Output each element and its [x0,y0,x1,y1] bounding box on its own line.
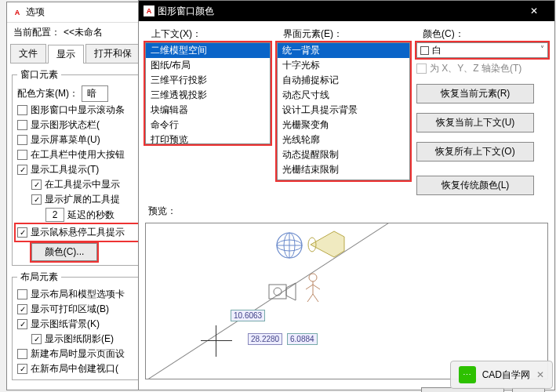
element-opt-3[interactable]: 动态尺寸线 [278,88,409,103]
cb-hover-tooltip-label: 显示鼠标悬停工具提示 [31,226,125,239]
lcb-printable[interactable]: ✓ [17,304,27,314]
cb-tooltip-label: 显示工具提示(T) [31,163,99,176]
lcb-tabs-label: 显示布局和模型选项卡 [31,288,125,301]
context-opt-0[interactable]: 二维模型空间 [146,43,270,58]
preview-area: 10.6063 28.2280 6.0884 [145,223,548,379]
context-opt-2[interactable]: 三维平行投影 [146,73,270,88]
color-select[interactable]: 白 [416,42,548,58]
element-opt-2[interactable]: 自动捕捉标记 [278,73,409,88]
cb-scrollbar[interactable] [17,105,27,115]
delay-label: 延迟的秒数 [67,209,114,222]
lcb-pagesetup-label: 新建布局时显示页面设 [31,347,125,361]
context-listbox[interactable]: 二维模型空间 图纸/布局 三维平行投影 三维透视投影 块编辑器 命令行 打印预览 [145,42,271,144]
context-opt-4[interactable]: 块编辑器 [146,103,270,118]
current-config-label: 当前配置： [13,26,60,39]
window-elements-legend: 窗口元素 [17,68,61,82]
lcb-viewport-label: 在新布局中创建视口( [31,362,118,376]
notification-text: CAD自学网 [482,368,530,382]
lcb-paperbg-label: 显示图纸背景(K) [31,318,100,331]
measure-1: 10.6063 [231,310,265,321]
restore-context-button[interactable]: 恢复当前上下文(U) [416,113,534,132]
lcb-shadow[interactable]: ✓ [31,334,42,344]
lamp-icon [307,227,346,262]
tab-display[interactable]: 显示 [48,45,84,64]
element-opt-9[interactable]: 相机轮廓颜色 [278,177,409,180]
crosshair-icon [201,325,232,357]
measure-3: 6.0884 [287,333,318,345]
lcb-printable-label: 显示可打印区域(B) [31,303,109,316]
cb-tooltip-show-label: 在工具提示中显示 [45,178,120,191]
options-titlebar: A 选项 [7,2,147,23]
cb-tooltip[interactable]: ✓ [17,165,27,175]
context-opt-3[interactable]: 三维透视投影 [146,88,270,103]
right-col: 颜色(C)： 白 为 X、Y、Z 轴染色(T) 恢复当前元素(R) 恢复当前上下… [416,26,548,200]
globe-icon [275,231,303,260]
cb-bigbtn[interactable] [17,150,27,160]
cb-tooltip-show[interactable]: ✓ [31,180,42,190]
context-opt-6[interactable]: 打印预览 [146,132,270,144]
element-opt-4[interactable]: 设计工具提示背景 [278,103,409,118]
color-dialog: A 图形窗口颜色 ✕ 上下文(X)： 二维模型空间 图纸/布局 三维平行投影 三… [138,0,555,390]
cb-ext-tooltip[interactable]: ✓ [31,194,42,205]
cb-tint[interactable] [416,64,427,74]
element-opt-6[interactable]: 光线轮廓 [278,132,409,147]
delay-input[interactable]: 2 [45,208,64,222]
color-button[interactable]: 颜色(C)... [31,243,97,261]
element-opt-1[interactable]: 十字光标 [278,58,409,73]
color-label: 颜色(C)： [416,26,548,42]
context-label: 上下文(X)： [145,26,271,42]
element-opt-8[interactable]: 光栅结束限制 [278,162,409,177]
context-opt-5[interactable]: 命令行 [146,118,270,132]
current-config-value: <<未命名 [64,26,103,39]
current-config-row: 当前配置： <<未命名 [7,23,147,42]
restore-all-button[interactable]: 恢复所有上下文(O) [416,142,534,162]
lcb-shadow-label: 显示图纸阴影(E) [45,332,114,346]
element-listbox[interactable]: 统一背景 十字光标 自动捕捉标记 动态尺寸线 设计工具提示背景 光栅聚变角 光线… [277,42,410,180]
options-tabs: 文件 显示 打开和保 [10,44,144,64]
options-title: 选项 [26,5,45,19]
cb-statusbar[interactable] [17,120,27,130]
color-dialog-title: 图形窗口颜色 [158,5,214,18]
color-swatch-icon [420,46,429,55]
color-scheme-value: 暗 [82,85,108,102]
tab-open-save[interactable]: 打开和保 [85,44,140,63]
cb-hover-tooltip[interactable]: ✓ [17,227,27,238]
close-icon[interactable]: ✕ [536,369,544,380]
wechat-notification[interactable]: ⋯ CAD自学网 ✕ [450,361,553,389]
cb-screenmenu[interactable] [17,135,27,145]
cb-scrollbar-label: 图形窗口中显示滚动条 [31,103,125,117]
cb-tint-label: 为 X、Y、Z 轴染色(T) [430,62,521,75]
lcb-paperbg[interactable]: ✓ [17,319,27,329]
app-icon: A [144,5,154,16]
top-columns: 上下文(X)： 二维模型空间 图纸/布局 三维平行投影 三维透视投影 块编辑器 … [139,26,554,200]
restore-classic-button[interactable]: 恢复传统颜色(L) [416,176,534,195]
lcb-tabs[interactable] [17,289,27,299]
lcb-viewport[interactable]: ✓ [17,364,27,374]
window-elements-group: 窗口元素 配色方案(M)： 暗 图形窗口中显示滚动条 显示图形状态栏( 显示屏幕… [12,68,142,266]
element-opt-5[interactable]: 光栅聚变角 [278,118,409,132]
close-icon: ✕ [530,5,538,16]
context-opt-1[interactable]: 图纸/布局 [146,58,270,73]
cb-ext-tooltip-label: 显示扩展的工具提 [45,193,120,206]
color-scheme-row: 配色方案(M)： 暗 [17,85,136,103]
layout-elements-legend: 布局元素 [17,270,61,284]
wechat-icon: ⋯ [459,366,476,383]
camera-icon [267,280,299,303]
app-icon: A [12,7,23,18]
svg-point-8 [309,274,317,281]
preview-label: 预览： [139,203,554,220]
color-scheme-label: 配色方案(M)： [17,87,78,100]
close-button[interactable]: ✕ [518,1,550,21]
svg-rect-6 [269,285,286,299]
element-label: 界面元素(E)： [277,26,410,42]
options-window: A 选项 当前配置： <<未命名 文件 显示 打开和保 窗口元素 配色方案(M)… [6,2,147,390]
element-opt-0[interactable]: 统一背景 [278,43,409,58]
context-col: 上下文(X)： 二维模型空间 图纸/布局 三维平行投影 三维透视投影 块编辑器 … [145,26,271,200]
measure-2: 28.2280 [248,333,282,345]
restore-element-button[interactable]: 恢复当前元素(R) [416,84,534,103]
lcb-pagesetup[interactable] [17,349,27,359]
color-value: 白 [432,44,442,57]
cb-bigbtn-label: 在工具栏中使用大按钮 [31,148,125,162]
tab-file[interactable]: 文件 [10,44,46,63]
element-opt-7[interactable]: 动态提醒限制 [278,147,409,162]
